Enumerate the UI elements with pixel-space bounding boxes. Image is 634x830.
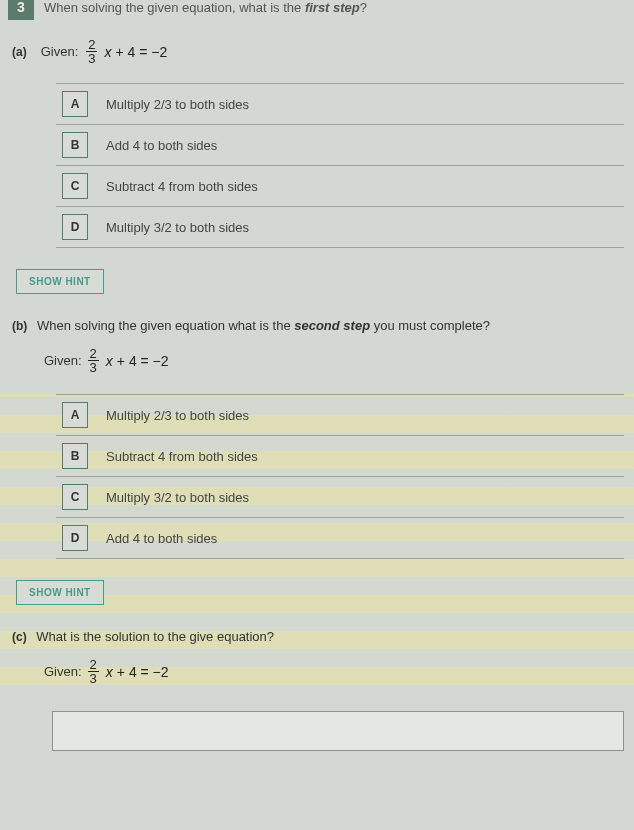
part-b-suffix: you must complete? xyxy=(370,318,490,333)
option-text: Multiply 3/2 to both sides xyxy=(106,220,249,235)
option-text: Add 4 to both sides xyxy=(106,531,217,546)
question-number: 3 xyxy=(8,0,34,20)
equation-var: x xyxy=(104,44,111,60)
frac-den: 3 xyxy=(88,672,99,685)
option-letter: D xyxy=(62,525,88,551)
equation-var: x xyxy=(106,353,113,369)
given-label-c: Given: xyxy=(44,664,82,679)
part-a-options: A Multiply 2/3 to both sides B Add 4 to … xyxy=(56,83,624,248)
part-c-label: (c) xyxy=(12,630,27,644)
option-a-B[interactable]: B Add 4 to both sides xyxy=(56,124,624,166)
part-b-options: A Multiply 2/3 to both sides B Subtract … xyxy=(56,394,624,559)
option-b-D[interactable]: D Add 4 to both sides xyxy=(56,517,624,559)
equation-c: 2 3 x + 4 = −2 xyxy=(88,658,169,685)
prompt-prefix: When solving the given equation, what is… xyxy=(44,0,305,15)
fraction: 2 3 xyxy=(86,38,97,65)
equation-var: x xyxy=(106,664,113,680)
equation-a: 2 3 x + 4 = −2 xyxy=(86,38,167,65)
given-label-b: Given: xyxy=(44,353,82,368)
show-hint-button-b[interactable]: SHOW HINT xyxy=(16,580,104,605)
frac-den: 3 xyxy=(86,52,97,65)
option-letter: C xyxy=(62,173,88,199)
option-letter: A xyxy=(62,91,88,117)
option-text: Subtract 4 from both sides xyxy=(106,449,258,464)
option-text: Multiply 2/3 to both sides xyxy=(106,97,249,112)
given-label-a: Given: xyxy=(41,44,79,59)
part-b-emph: second step xyxy=(294,318,370,333)
equation-b: 2 3 x + 4 = −2 xyxy=(88,347,169,374)
part-c-given: Given: 2 3 x + 4 = −2 xyxy=(44,658,624,685)
frac-num: 2 xyxy=(86,38,97,52)
answer-input-c[interactable] xyxy=(52,711,624,751)
part-a-given: (a) Given: 2 3 x + 4 = −2 xyxy=(12,38,624,65)
option-b-B[interactable]: B Subtract 4 from both sides xyxy=(56,435,624,477)
option-b-A[interactable]: A Multiply 2/3 to both sides xyxy=(56,394,624,436)
frac-den: 3 xyxy=(88,361,99,374)
option-letter: B xyxy=(62,132,88,158)
fraction: 2 3 xyxy=(88,347,99,374)
equation-rest: + 4 = −2 xyxy=(117,664,169,680)
option-b-C[interactable]: C Multiply 3/2 to both sides xyxy=(56,476,624,518)
equation-rest: + 4 = −2 xyxy=(115,44,167,60)
prompt-emph: first step xyxy=(305,0,360,15)
option-text: Multiply 2/3 to both sides xyxy=(106,408,249,423)
prompt-suffix: ? xyxy=(360,0,367,15)
option-letter: B xyxy=(62,443,88,469)
part-b-prefix: When solving the given equation what is … xyxy=(37,318,294,333)
option-a-D[interactable]: D Multiply 3/2 to both sides xyxy=(56,206,624,248)
option-text: Subtract 4 from both sides xyxy=(106,179,258,194)
fraction: 2 3 xyxy=(88,658,99,685)
option-letter: D xyxy=(62,214,88,240)
question-header: 3 When solving the given equation, what … xyxy=(8,0,624,20)
part-b-given: Given: 2 3 x + 4 = −2 xyxy=(44,347,624,374)
part-a-label: (a) xyxy=(12,45,27,59)
part-c-text: What is the solution to the give equatio… xyxy=(36,629,274,644)
frac-num: 2 xyxy=(88,658,99,672)
part-c-prompt: (c) What is the solution to the give equ… xyxy=(12,629,624,644)
part-b-label: (b) xyxy=(12,319,27,333)
question-prompt: When solving the given equation, what is… xyxy=(44,0,367,15)
equation-rest: + 4 = −2 xyxy=(117,353,169,369)
option-a-A[interactable]: A Multiply 2/3 to both sides xyxy=(56,83,624,125)
option-letter: A xyxy=(62,402,88,428)
option-text: Multiply 3/2 to both sides xyxy=(106,490,249,505)
frac-num: 2 xyxy=(88,347,99,361)
part-b-prompt: (b) When solving the given equation what… xyxy=(12,318,624,333)
option-a-C[interactable]: C Subtract 4 from both sides xyxy=(56,165,624,207)
option-text: Add 4 to both sides xyxy=(106,138,217,153)
option-letter: C xyxy=(62,484,88,510)
show-hint-button-a[interactable]: SHOW HINT xyxy=(16,269,104,294)
